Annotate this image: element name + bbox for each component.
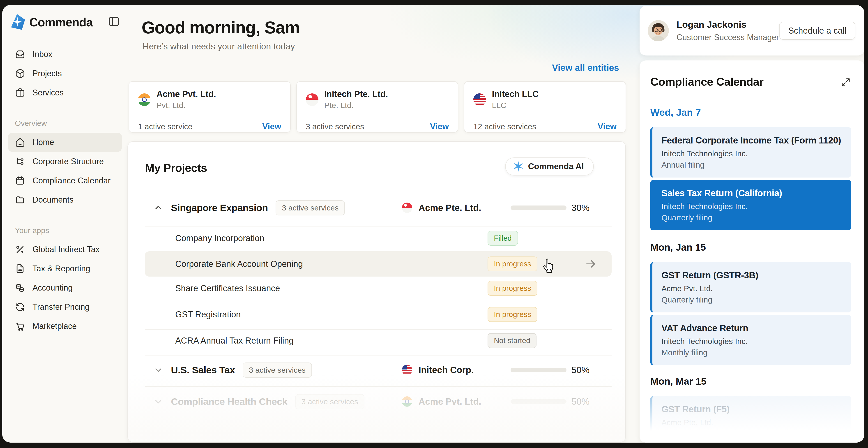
calendar-event-form-1120[interactable]: Federal Corporate Income Tax (Form 1120)… (650, 127, 851, 178)
progress-label: 50% (571, 365, 589, 375)
sidebar-item-home[interactable]: Home (8, 132, 122, 152)
sidebar-item-services[interactable]: Services (8, 83, 122, 102)
app-title: Commenda (29, 16, 93, 29)
entity-card-initech-pte[interactable]: Initech Pte. Ltd. Pte. Ltd. 3 active ser… (296, 81, 459, 132)
entity-card-acme-pvt[interactable]: Acme Pvt. Ltd. Pvt. Ltd. 1 active servic… (128, 81, 291, 132)
cart-icon (15, 321, 25, 331)
sidebar-item-label: Documents (32, 195, 73, 205)
calendar-event-gst-return-f5[interactable]: GST Return (F5) Acme Pte. Ltd. Quarterly… (650, 396, 851, 443)
entity-cards: Acme Pvt. Ltd. Pvt. Ltd. 1 active servic… (128, 81, 626, 132)
entity-card-initech-llc[interactable]: Initech LLC LLC 12 active services View (464, 81, 626, 132)
sidebar-item-tax-reporting[interactable]: Tax & Reporting (8, 259, 122, 278)
calendar-day-label: Mon, Jan 15 (650, 242, 706, 253)
sidebar-toggle-icon[interactable] (107, 15, 120, 28)
project-group-us-sales-tax[interactable]: U.S. Sales Tax 3 active services Initech… (145, 356, 612, 384)
progress-bar (510, 206, 566, 210)
calendar-event-vat-advance-return[interactable]: VAT Advance Return Initech Technologies … (650, 315, 851, 365)
task-name: ACRA Annual Tax Return Filing (175, 336, 293, 346)
advisor-name: Logan Jackonis (677, 20, 779, 30)
app-window: Commenda Inbox Projects Services Overvie… (2, 5, 864, 443)
advisor-role: Customer Success Manager (677, 33, 779, 42)
entity-view-link[interactable]: View (430, 122, 449, 131)
sidebar-item-documents[interactable]: Documents (8, 190, 122, 209)
view-all-entities-link[interactable]: View all entities (552, 63, 619, 73)
event-title: Federal Corporate Income Tax (Form 1120) (661, 136, 842, 146)
projects-rows: Singapore Expansion 3 active services Ac… (145, 142, 612, 442)
projects-cube-icon (15, 68, 25, 79)
sidebar-item-label: Inbox (32, 50, 52, 59)
task-row-share-certificates-issuance[interactable]: Share Certificates Issuance In progress (145, 277, 612, 300)
logo: Commenda (2, 13, 128, 31)
task-name: Corporate Bank Account Opening (175, 259, 303, 269)
project-entity-name: Acme Pvt. Ltd. (418, 396, 481, 407)
chevron-down-icon[interactable] (153, 365, 163, 375)
event-title: GST Return (GSTR-3B) (661, 270, 842, 280)
sidebar-item-projects[interactable]: Projects (8, 64, 122, 83)
avatar (648, 20, 669, 41)
status-badge: In progress (488, 257, 537, 271)
chevron-up-icon[interactable] (153, 203, 163, 213)
documents-folder-icon (15, 195, 25, 205)
coins-icon (15, 282, 25, 293)
sidebar-item-label: Corporate Structure (32, 157, 104, 166)
project-group-compliance-health-check[interactable]: Compliance Health Check 3 active service… (145, 388, 612, 415)
singapore-flag-icon (306, 93, 318, 106)
commenda-logo-icon (9, 14, 26, 30)
progress-label: 30% (571, 203, 589, 213)
calendar-event-sales-tax-california[interactable]: Sales Tax Return (California) Initech Te… (650, 180, 851, 230)
sidebar-item-global-indirect-tax[interactable]: Global Indirect Tax (8, 240, 122, 259)
task-row-acra-annual-tax-return-filing[interactable]: ACRA Annual Tax Return Filing Not starte… (145, 329, 612, 352)
status-badge: Filled (488, 231, 518, 246)
expand-icon[interactable] (840, 77, 851, 88)
entity-view-link[interactable]: View (598, 122, 617, 131)
sidebar-item-compliance-calendar[interactable]: Compliance Calendar (8, 171, 122, 190)
project-group-singapore-expansion[interactable]: Singapore Expansion 3 active services Ac… (145, 194, 612, 221)
sidebar-item-label: Home (32, 138, 54, 147)
sidebar-item-label: Global Indirect Tax (32, 245, 100, 254)
event-title: Sales Tax Return (California) (661, 188, 842, 198)
event-title: GST Return (F5) (661, 404, 842, 414)
sidebar-item-accounting[interactable]: Accounting (8, 278, 122, 297)
sidebar-item-label: Marketplace (32, 322, 77, 331)
entity-type: Pvt. Ltd. (156, 101, 216, 110)
sidebar-item-corporate-structure[interactable]: Corporate Structure (8, 152, 122, 171)
task-name: GST Registration (175, 310, 241, 320)
project-entity: Acme Pte. Ltd. (402, 203, 481, 213)
event-entity: Initech Technologies Inc. (661, 337, 842, 346)
sidebar-item-label: Services (32, 88, 64, 97)
calendar-day-label: Wed, Jan 7 (650, 107, 701, 118)
entity-type: LLC (492, 101, 538, 110)
entity-name: Acme Pvt. Ltd. (156, 89, 216, 99)
project-name: Singapore Expansion (171, 202, 268, 213)
entity-name: Initech LLC (492, 89, 538, 99)
page-subtitle: Here’s what needs your attention today (143, 41, 295, 52)
calendar-event-gstr-3b[interactable]: GST Return (GSTR-3B) Acme Pvt. Ltd. Quar… (650, 262, 851, 312)
nav-main: Inbox Projects Services (2, 44, 128, 102)
task-name: Share Certificates Issuance (175, 283, 280, 293)
event-entity: Initech Technologies Inc. (661, 202, 842, 211)
task-row-corporate-bank-account-opening[interactable]: Corporate Bank Account Opening In progre… (145, 251, 612, 276)
project-entity-name: Acme Pte. Ltd. (418, 203, 481, 213)
singapore-flag-icon (402, 203, 412, 213)
file-text-icon (15, 264, 25, 274)
sidebar-item-transfer-pricing[interactable]: Transfer Pricing (8, 297, 122, 317)
task-row-gst-registration[interactable]: GST Registration In progress (145, 303, 612, 326)
entity-view-link[interactable]: View (262, 122, 281, 131)
entity-name: Initech Pte. Ltd. (324, 89, 388, 99)
sidebar-item-marketplace[interactable]: Marketplace (8, 317, 122, 336)
sidebar-item-label: Tax & Reporting (32, 264, 90, 273)
project-entity: Acme Pvt. Ltd. (402, 396, 481, 407)
calendar-title: Compliance Calendar (650, 76, 764, 88)
event-frequency: Monthly filing (661, 348, 842, 357)
task-row-company-incorporation[interactable]: Company Incorporation Filled (145, 227, 612, 249)
sidebar-item-label: Projects (32, 69, 62, 78)
project-entity: Initech Corp. (402, 365, 473, 375)
status-badge: In progress (488, 307, 537, 322)
event-frequency: Quarterly filing (661, 429, 842, 438)
project-services-badge: 3 active services (295, 394, 365, 409)
chevron-down-icon[interactable] (153, 396, 163, 407)
sidebar-item-label: Transfer Pricing (32, 302, 90, 312)
schedule-call-button[interactable]: Schedule a call (779, 22, 856, 40)
sidebar-item-inbox[interactable]: Inbox (8, 44, 122, 64)
divider (145, 226, 612, 227)
